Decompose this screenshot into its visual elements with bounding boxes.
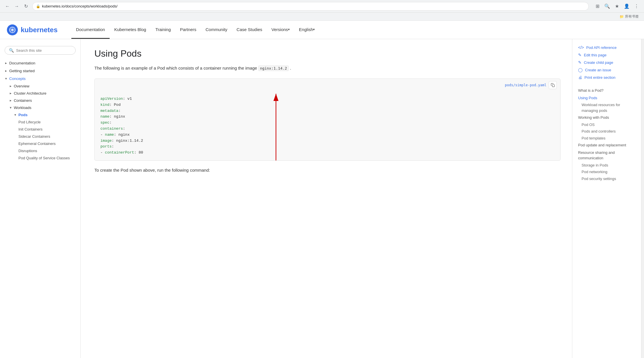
- sidebar-label-disruptions: Disruptions: [18, 149, 37, 153]
- toc-item-storage[interactable]: Storage in Pods: [578, 162, 635, 169]
- nav-case-studies[interactable]: Case Studies: [232, 21, 267, 39]
- code-line-10: - containerPort: 80: [100, 150, 555, 156]
- sidebar-item-disruptions[interactable]: Disruptions: [14, 147, 80, 154]
- menu-button[interactable]: ⋮: [632, 2, 641, 10]
- lock-icon: 🔒: [36, 4, 40, 8]
- action-edit-page[interactable]: ✎ Edit this page: [578, 51, 635, 59]
- sidebar-item-pods[interactable]: ▼ Pods: [9, 111, 80, 118]
- nav-language[interactable]: English: [294, 21, 319, 39]
- page-scrollbar[interactable]: [641, 39, 644, 358]
- bookmark-button[interactable]: ★: [613, 2, 621, 10]
- sidebar-item-init-containers[interactable]: Init Containers: [14, 126, 80, 133]
- main-content: Using Pods The following is an example o…: [81, 39, 572, 358]
- toc-item-pods-controllers[interactable]: Pods and controllers: [578, 128, 635, 135]
- code-line-1: apiVersion: v1: [100, 96, 555, 102]
- nav-training[interactable]: Training: [151, 21, 176, 39]
- sidebar-item-overview[interactable]: ► Overview: [5, 83, 80, 90]
- code-line-6: containers:: [100, 126, 555, 132]
- body-text: To create the Pod shown above, run the f…: [94, 168, 561, 173]
- bookmarks-folder[interactable]: 📁 所有书签: [618, 14, 641, 20]
- nav-blog[interactable]: Kubernetes Blog: [110, 21, 151, 39]
- page-intro: The following is an example of a Pod whi…: [94, 65, 561, 72]
- toc-item-networking[interactable]: Pod networking: [578, 169, 635, 175]
- sidebar-label-overview: Overview: [14, 84, 29, 88]
- forward-button[interactable]: →: [13, 2, 21, 10]
- action-pod-api[interactable]: </> Pod API reference: [578, 44, 635, 51]
- intro-end: .: [290, 66, 291, 70]
- page-wrapper: kubernetes Documentation Kubernetes Blog…: [0, 21, 644, 358]
- toc-item-pod-update[interactable]: Pod update and replacement: [578, 141, 635, 149]
- chevron-down-icon: ▼: [14, 113, 17, 116]
- logo-text: kubernetes: [21, 26, 58, 34]
- sidebar-item-sidecar-containers[interactable]: Sidecar Containers: [14, 133, 80, 140]
- sidebar-item-pod-lifecycle[interactable]: Pod Lifecycle: [14, 118, 80, 126]
- toc-item-workload-resources[interactable]: Workload resources for managing pods: [578, 102, 635, 114]
- sidebar-item-containers[interactable]: ► Containers: [5, 97, 80, 104]
- sidebar-label-getting-started: Getting started: [9, 69, 35, 73]
- nav-partners[interactable]: Partners: [176, 21, 201, 39]
- sidebar-item-concepts[interactable]: ▼ Concepts: [0, 75, 80, 83]
- toc-item-pod-os[interactable]: Pod OS: [578, 121, 635, 128]
- action-label-issue: Create an issue: [585, 68, 611, 72]
- chevron-right-icon: ►: [9, 99, 12, 102]
- sidebar-label-workloads: Workloads: [14, 106, 31, 110]
- sidebar-label-init-containers: Init Containers: [18, 127, 43, 131]
- code-block: apiVersion: v1 kind: Pod metadata: name:…: [95, 91, 560, 160]
- sidebar-item-getting-started[interactable]: ► Getting started: [0, 67, 80, 75]
- action-print[interactable]: 🖨 Print entire section: [578, 74, 635, 81]
- folder-icon: 📁: [620, 15, 624, 19]
- sidebar-label-containers: Containers: [14, 98, 32, 103]
- sidebar-label-pods: Pods: [18, 113, 28, 117]
- refresh-button[interactable]: ↻: [22, 2, 30, 10]
- content-area: 🔍 ► Documentation ► Getting started ▼ Co…: [0, 39, 644, 358]
- sidebar-item-ephemeral-containers[interactable]: Ephemeral Containers: [14, 140, 80, 147]
- code-line-4: name: nginx: [100, 114, 555, 120]
- chevron-right-icon: ►: [5, 69, 7, 72]
- action-label-edit: Edit this page: [584, 53, 607, 57]
- chevron-down-icon: ▼: [5, 77, 7, 80]
- k8s-logo-icon: [7, 24, 18, 35]
- sidebar-item-pod-qos[interactable]: Pod Quality of Service Classes: [14, 154, 80, 162]
- toc: What is a Pod? Using Pods Workload resou…: [578, 87, 635, 182]
- back-button[interactable]: ←: [3, 2, 12, 10]
- address-bar[interactable]: 🔒 kubernetes.io/docs/concepts/workloads/…: [32, 2, 589, 11]
- action-create-child[interactable]: ✎ Create child page: [578, 59, 635, 66]
- code-block-header: pods/simple-pod.yaml: [95, 79, 560, 91]
- chevron-right-icon: ►: [9, 92, 12, 95]
- code-block-wrapper: pods/simple-pod.yaml apiVersion: v1 kind…: [94, 79, 561, 161]
- code-line-9: ports:: [100, 144, 555, 150]
- toc-item-resource-sharing[interactable]: Resource sharing and communication: [578, 149, 635, 162]
- toc-item-pod-templates[interactable]: Pod templates: [578, 135, 635, 142]
- search-input[interactable]: [16, 48, 71, 53]
- logo[interactable]: kubernetes: [7, 24, 58, 35]
- code-line-8: image: nginx:1.14.2: [100, 138, 555, 144]
- svg-rect-1: [552, 85, 555, 87]
- sidebar-label-ephemeral-containers: Ephemeral Containers: [18, 141, 56, 146]
- search-box[interactable]: 🔍: [5, 46, 76, 55]
- edit-icon: ✎: [578, 53, 582, 57]
- toc-item-what-is-pod[interactable]: What is a Pod?: [578, 87, 635, 94]
- top-nav: kubernetes Documentation Kubernetes Blog…: [0, 21, 644, 39]
- sidebar-item-documentation[interactable]: ► Documentation: [0, 59, 80, 67]
- nav-community[interactable]: Community: [201, 21, 232, 39]
- zoom-button[interactable]: 🔍: [603, 2, 611, 10]
- nav-documentation[interactable]: Documentation: [71, 21, 110, 39]
- action-create-issue[interactable]: ◯ Create an issue: [578, 66, 635, 74]
- toc-item-security[interactable]: Pod security settings: [578, 175, 635, 182]
- code-line-2: kind: Pod: [100, 102, 555, 108]
- sidebar-item-workloads[interactable]: ▼ Workloads: [5, 104, 80, 111]
- translate-button[interactable]: ⊞: [593, 2, 601, 10]
- copy-button[interactable]: [549, 81, 557, 89]
- inline-code-nginx: nginx:1.14.2: [258, 66, 289, 71]
- code-line-5: spec:: [100, 120, 555, 126]
- nav-versions[interactable]: Versions: [267, 21, 294, 39]
- toc-item-working-with-pods[interactable]: Working with Pods: [578, 114, 635, 121]
- sidebar-item-cluster-arch[interactable]: ► Cluster Architecture: [5, 90, 80, 97]
- intro-text: The following is an example of a Pod whi…: [94, 66, 257, 70]
- chevron-down-icon: ▼: [9, 106, 12, 109]
- page-title: Using Pods: [94, 48, 561, 59]
- action-label-pod-api: Pod API reference: [586, 45, 617, 50]
- profile-button[interactable]: 👤: [623, 2, 631, 10]
- bookmarks-label: 所有书签: [625, 14, 639, 19]
- toc-item-using-pods[interactable]: Using Pods: [578, 94, 635, 102]
